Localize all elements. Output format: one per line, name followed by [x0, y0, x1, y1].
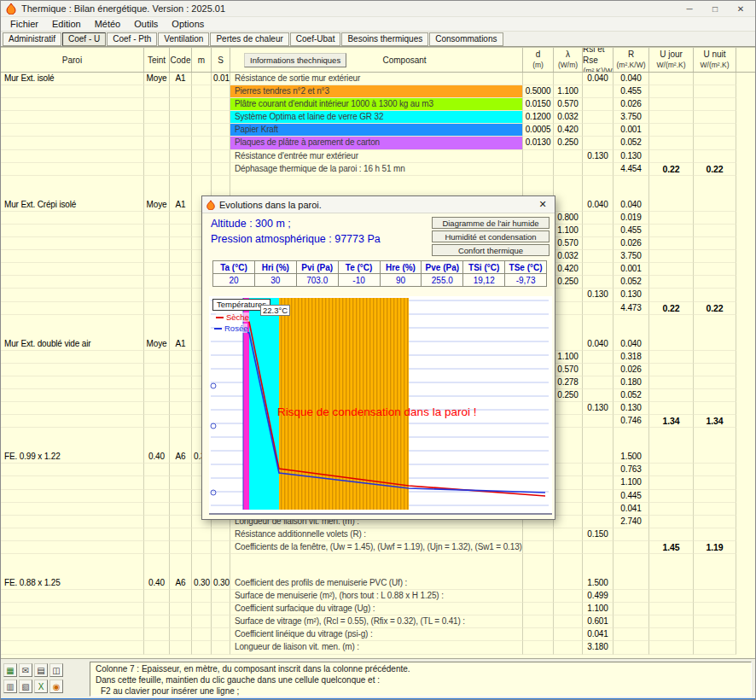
cell-rsi-rse[interactable]: 3.180 — [583, 641, 614, 654]
cell-r[interactable] — [614, 176, 649, 199]
cell-rsi-rse[interactable] — [583, 85, 614, 98]
psy-value-ta[interactable]: 20 — [213, 274, 255, 287]
cell-u-jour[interactable]: 1.45 — [649, 541, 694, 554]
cell-code[interactable] — [170, 98, 192, 111]
cell-rsi-rse[interactable]: 0.130 — [583, 402, 614, 415]
cell-composant[interactable]: Pierres tendres n°2 et n°3 — [230, 85, 523, 98]
humidite-condensation-button[interactable]: Humidité et condensation — [432, 230, 550, 242]
dialog-close-button[interactable]: ✕ — [532, 197, 553, 213]
cell-r[interactable]: 0.052 — [614, 276, 649, 289]
cell-m[interactable] — [192, 590, 212, 603]
cell-lambda[interactable]: 0.570 — [554, 364, 583, 376]
cell-m[interactable] — [192, 603, 212, 615]
cell-rsi-rse[interactable] — [583, 163, 614, 176]
cell-u-jour[interactable] — [649, 315, 694, 338]
cell-code[interactable] — [170, 364, 192, 376]
cell-paroi[interactable]: Mur Ext. isolé — [1, 73, 144, 85]
cell-composant[interactable]: Plaques de plâtre à parement de carton — [230, 137, 523, 149]
tab-coef-pth[interactable]: Coef - Pth — [107, 32, 157, 46]
cell-m[interactable] — [192, 163, 212, 176]
cell-rsi-rse[interactable]: 0.130 — [583, 289, 614, 301]
cell-rsi-rse[interactable] — [583, 225, 614, 237]
cell-code[interactable]: A6 — [170, 451, 192, 464]
cell-rsi-rse[interactable]: 0.040 — [583, 73, 614, 85]
cell-u-nuit[interactable]: 0.22 — [694, 163, 736, 176]
cell-teint[interactable] — [144, 428, 170, 451]
cell-code[interactable] — [170, 315, 192, 338]
cell-r[interactable]: 0.052 — [614, 389, 649, 402]
export-table-icon[interactable]: ▦ — [3, 663, 17, 677]
cell-s[interactable] — [212, 554, 230, 577]
cell-rsi-rse[interactable] — [583, 98, 614, 111]
tab-coef-ubat[interactable]: Coef-Ubat — [290, 32, 341, 46]
cell-u-nuit[interactable] — [694, 289, 736, 301]
cell-teint[interactable] — [144, 351, 170, 364]
cell-rsi-rse[interactable] — [583, 389, 614, 402]
tab-pertes-de-chaleur[interactable]: Pertes de chaleur — [210, 32, 288, 46]
cell-u-jour[interactable] — [649, 250, 694, 263]
cell-code[interactable] — [170, 212, 192, 225]
cell-s[interactable] — [212, 98, 230, 111]
cell-teint[interactable] — [144, 137, 170, 149]
cell-lambda[interactable] — [554, 415, 583, 428]
cell-paroi[interactable] — [1, 490, 144, 503]
cell-composant[interactable]: Système Optima et laine de verre GR 32 — [230, 111, 523, 124]
cell-code[interactable] — [170, 476, 192, 489]
cell-s[interactable] — [212, 85, 230, 98]
cell-paroi[interactable] — [1, 276, 144, 289]
print-icon[interactable]: ▤ — [34, 663, 48, 677]
cell-composant[interactable]: Résistance additionnelle volets (R) : — [230, 528, 523, 541]
cell-paroi[interactable] — [1, 476, 144, 489]
cell-m[interactable] — [192, 541, 212, 554]
cell-lambda[interactable]: 0.250 — [554, 389, 583, 402]
cell-teint[interactable] — [144, 641, 170, 654]
cell-u-jour[interactable] — [649, 603, 694, 615]
cell-code[interactable] — [170, 628, 192, 641]
cell-u-nuit[interactable]: 1.34 — [694, 415, 736, 428]
cell-rsi-rse[interactable] — [583, 263, 614, 276]
cell-lambda[interactable]: 0.570 — [554, 237, 583, 250]
cell-rsi-rse[interactable] — [583, 541, 614, 554]
cell-teint[interactable]: Moye — [144, 199, 170, 212]
cell-paroi[interactable] — [1, 464, 144, 476]
table-row[interactable]: Système Optima et laine de verre GR 32 0… — [1, 111, 756, 124]
cell-r[interactable]: 0.746 — [614, 415, 649, 428]
cell-r[interactable]: 0.001 — [614, 263, 649, 276]
cell-rsi-rse[interactable] — [583, 250, 614, 263]
cell-teint[interactable] — [144, 490, 170, 503]
excel-export-icon[interactable]: X — [34, 680, 48, 693]
copy-icon[interactable]: ▥ — [3, 680, 17, 693]
cell-paroi[interactable]: FE. 0.88 x 1.25 — [1, 577, 144, 590]
cell-s[interactable] — [212, 590, 230, 603]
cell-rsi-rse[interactable] — [583, 376, 614, 389]
cell-r[interactable] — [614, 615, 649, 628]
cell-teint[interactable] — [144, 402, 170, 415]
cell-teint[interactable] — [144, 615, 170, 628]
cell-lambda[interactable]: 0.570 — [554, 98, 583, 111]
cell-r[interactable]: 3.750 — [614, 111, 649, 124]
options-icon[interactable]: ◉ — [49, 680, 63, 693]
cell-paroi[interactable] — [1, 137, 144, 149]
cell-teint[interactable] — [144, 163, 170, 176]
cell-s[interactable] — [212, 124, 230, 137]
cell-composant[interactable]: Surface de vitrage (m²), (Rcl = 0.55), (… — [230, 615, 523, 628]
cell-u-nuit[interactable] — [694, 176, 736, 199]
cell-lambda[interactable] — [554, 428, 583, 451]
cell-u-nuit[interactable] — [694, 503, 736, 516]
cell-lambda[interactable] — [554, 503, 583, 516]
cell-paroi[interactable] — [1, 150, 144, 163]
cell-u-jour[interactable] — [649, 641, 694, 654]
cell-teint[interactable] — [144, 111, 170, 124]
cell-code[interactable] — [170, 150, 192, 163]
cell-code[interactable] — [170, 464, 192, 476]
cell-code[interactable] — [170, 302, 192, 315]
table-row[interactable]: Coefficients de la fenêtre, (Uw = 1.45),… — [1, 541, 756, 554]
cell-d[interactable] — [523, 163, 554, 176]
cell-rsi-rse[interactable] — [583, 490, 614, 503]
cell-u-jour[interactable] — [649, 338, 694, 351]
cell-s[interactable] — [212, 150, 230, 163]
cell-paroi[interactable] — [1, 289, 144, 301]
cell-d[interactable] — [523, 641, 554, 654]
cell-r[interactable]: 1.100 — [614, 476, 649, 489]
cell-s[interactable] — [212, 137, 230, 149]
